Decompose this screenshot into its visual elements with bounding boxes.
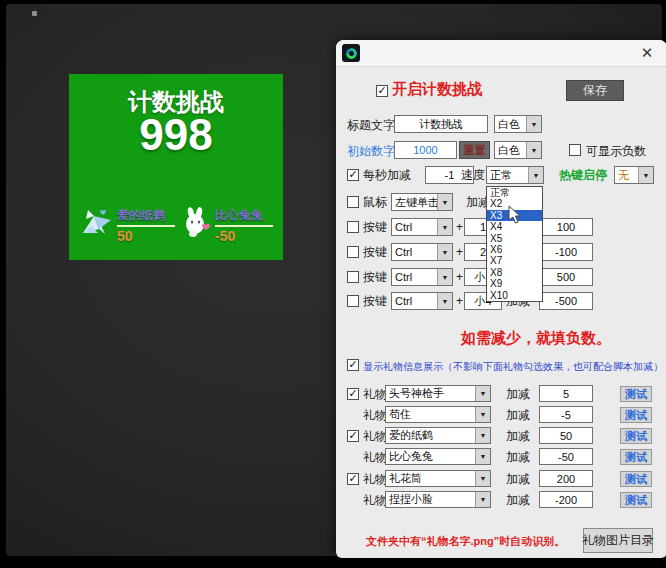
gift3-value-input[interactable]: 50 [539,427,593,444]
counter-overlay: 计数挑战 998 爱的纸鹤 50 [69,74,283,260]
gift1-label: 礼物 [363,387,387,401]
artifact-dot [32,11,37,16]
gift5-label: 礼物 [363,472,387,486]
speed-option[interactable]: X10 [487,290,542,301]
key4-mod-select[interactable]: Ctrl ▼ [391,292,453,310]
plus-label: + [456,270,463,284]
speed-select[interactable]: 正常 ▼ [486,166,544,184]
gift3-select[interactable]: 爱的纸鹤 ▼ [385,427,491,444]
key1-checkbox[interactable] [347,221,359,233]
enable-challenge-checkbox[interactable] [376,85,388,97]
speed-option[interactable]: X7 [487,255,542,266]
key2-value-input[interactable]: -100 [539,243,593,261]
mouse-action-select[interactable]: 左键单击 ▼ [391,193,453,211]
chevron-down-icon[interactable]: ▼ [475,428,490,443]
gift5-checkbox[interactable] [347,473,359,485]
gift1-adjust-label: 加减 [506,387,530,401]
gift1-value-input[interactable]: 5 [539,385,593,402]
chevron-down-icon[interactable]: ▼ [526,116,541,132]
gift5-select[interactable]: 礼花筒 ▼ [385,470,491,487]
mouse-cursor-icon [508,205,522,225]
overlay-gift-crane: 爱的纸鹤 50 [81,207,175,244]
gift-image-folder-button[interactable]: 礼物图片目录 [583,528,653,553]
gift1-checkbox[interactable] [347,388,359,400]
window-titlebar: ✕ [336,40,666,67]
title-text-input[interactable]: 计数挑战 [394,115,488,133]
key4-checkbox[interactable] [347,295,359,307]
overlay-gift-value: 50 [117,228,175,244]
chevron-down-icon[interactable]: ▼ [475,471,490,486]
chevron-down-icon[interactable]: ▼ [475,492,490,507]
key3-value-input[interactable]: 500 [539,268,593,286]
gift4-value-input[interactable]: -50 [539,448,593,465]
chevron-down-icon[interactable]: ▼ [475,407,490,422]
speed-option[interactable]: X9 [487,278,542,289]
gift6-select[interactable]: 捏捏小脸 ▼ [385,491,491,508]
key3-checkbox[interactable] [347,271,359,283]
speed-option[interactable]: X5 [487,233,542,244]
key1-mod-select[interactable]: Ctrl ▼ [391,218,453,236]
desktop-background: 计数挑战 998 爱的纸鹤 50 [6,4,662,556]
gift2-select[interactable]: 苟住 ▼ [385,406,491,423]
gift6-value-input[interactable]: -200 [539,491,593,508]
reset-button[interactable]: 重置 [459,141,490,159]
plus-label: + [456,245,463,259]
chevron-down-icon[interactable]: ▼ [475,386,490,401]
chevron-down-icon[interactable]: ▼ [475,449,490,464]
negative-hint-text: 如需减少，就填负数。 [461,329,611,348]
per-second-checkbox[interactable] [347,169,359,181]
save-button[interactable]: 保存 [566,80,624,101]
title-color-select[interactable]: 白色 ▼ [494,115,542,133]
initial-color-select[interactable]: 白色 ▼ [494,141,542,159]
show-negative-checkbox[interactable] [569,144,581,156]
gift2-value-input[interactable]: -5 [539,406,593,423]
gift6-test-button[interactable]: 测试 [620,492,652,508]
initial-number-input[interactable]: 1000 [394,141,457,159]
hotkey-select[interactable]: 无 ▼ [614,166,654,184]
mouse-checkbox[interactable] [347,196,359,208]
show-negative-label: 可显示负数 [586,144,646,158]
chevron-down-icon[interactable]: ▼ [526,142,541,158]
gift6-adjust-label: 加减 [506,493,530,507]
gift6-label: 礼物 [363,493,387,507]
chevron-down-icon[interactable]: ▼ [437,269,452,285]
gift4-label: 礼物 [363,450,387,464]
key3-mod-select[interactable]: Ctrl ▼ [391,268,453,286]
speed-option[interactable]: X6 [487,244,542,255]
speed-label: 速度 [461,168,485,182]
key2-mod-select[interactable]: Ctrl ▼ [391,243,453,261]
gift2-label: 礼物 [363,408,387,422]
chevron-down-icon[interactable]: ▼ [437,293,452,309]
gift1-test-button[interactable]: 测试 [620,386,652,402]
chevron-down-icon[interactable]: ▼ [528,167,543,183]
gift-info-checkbox[interactable] [347,359,359,371]
app-logo-icon [342,44,360,62]
gift1-select[interactable]: 头号神枪手 ▼ [385,385,491,402]
hotkey-toggle-label: 热键启停 [559,168,607,182]
settings-window: ✕ 开启计数挑战 保存 标题文字 计数挑战 白色 ▼ 初始数字 1000 重置 … [336,40,666,558]
gift3-label: 礼物 [363,429,387,443]
overlay-gift-bunny: 比心兔兔 -50 [181,207,273,244]
chevron-down-icon[interactable]: ▼ [437,244,452,260]
key2-checkbox[interactable] [347,246,359,258]
mouse-label: 鼠标 [363,195,387,209]
close-icon[interactable]: ✕ [637,43,657,63]
gift4-test-button[interactable]: 测试 [620,449,652,465]
enable-challenge-label: 开启计数挑战 [392,82,482,96]
overlay-count: 998 [69,110,283,160]
speed-option[interactable]: X8 [487,267,542,278]
speed-option[interactable]: 正常 [487,187,542,198]
key1-value-input[interactable]: 100 [539,218,593,236]
chevron-down-icon[interactable]: ▼ [437,194,452,210]
gift2-test-button[interactable]: 测试 [620,407,652,423]
gift4-select[interactable]: 比心兔兔 ▼ [385,448,491,465]
gift3-checkbox[interactable] [347,430,359,442]
gift3-test-button[interactable]: 测试 [620,428,652,444]
key4-value-input[interactable]: -500 [539,292,593,310]
chevron-down-icon[interactable]: ▼ [437,219,452,235]
chevron-down-icon[interactable]: ▼ [638,167,653,183]
gift5-value-input[interactable]: 200 [539,470,593,487]
gift5-adjust-label: 加减 [506,472,530,486]
gift5-test-button[interactable]: 测试 [620,471,652,487]
overlay-gift-value: -50 [215,228,273,244]
